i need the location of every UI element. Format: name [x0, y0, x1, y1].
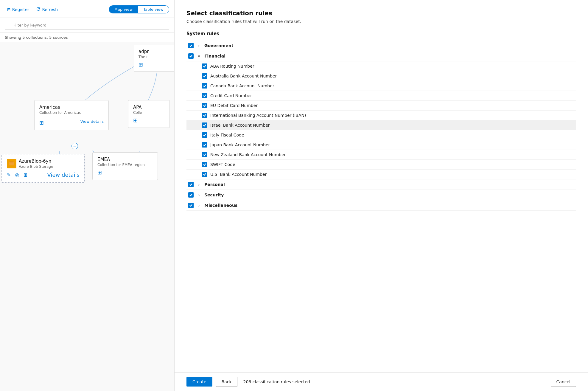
expand-icon-government[interactable]: › — [197, 44, 201, 48]
right-footer: Create Back 206 classification rules sel… — [175, 372, 588, 391]
checkbox-government[interactable] — [188, 43, 194, 48]
edit-icon[interactable]: ✎ — [7, 172, 11, 178]
connector-lines — [0, 42, 174, 391]
adp-icon: ⊞ — [139, 61, 172, 68]
rule-japan: Japan Bank Account Number — [186, 140, 576, 150]
category-label-miscellaneous: Miscellaneous — [204, 203, 237, 208]
rule-label-iban: International Banking Account Number (IB… — [210, 113, 306, 118]
create-button[interactable]: Create — [186, 377, 212, 387]
panel-subtitle: Choose classification rules that will ru… — [186, 19, 576, 24]
category-personal: ›Personal — [186, 179, 576, 190]
checkbox-miscellaneous[interactable] — [188, 203, 194, 208]
map-area: adpr The n ⊞ Americas Collection for Ame… — [0, 42, 174, 391]
category-label-security: Security — [204, 193, 224, 197]
rule-can: Canada Bank Account Number — [186, 81, 576, 91]
register-icon: ⊞ — [7, 7, 11, 12]
rule-label-israel: Israel Bank Account Number — [210, 123, 270, 128]
rule-label-swift: SWIFT Code — [210, 162, 235, 167]
toolbar: ⊞ Register Refresh Map view Table view — [0, 0, 174, 18]
azureblob-view-details[interactable]: View details — [47, 172, 80, 178]
checkbox-iban[interactable] — [202, 113, 207, 118]
map-view-button[interactable]: Map view — [109, 6, 138, 13]
checkbox-italy[interactable] — [202, 132, 207, 138]
expand-icon-personal[interactable]: › — [197, 182, 201, 187]
expand-icon-financial[interactable]: ∨ — [197, 54, 201, 58]
checkbox-eu[interactable] — [202, 103, 207, 108]
category-label-government: Government — [204, 43, 233, 48]
americas-grid-icon: ⊞ — [39, 120, 44, 126]
category-miscellaneous: ›Miscellaneous — [186, 200, 576, 211]
rule-israel: Israel Bank Account Number — [186, 120, 576, 130]
rule-nz: New Zealand Bank Account Number — [186, 150, 576, 160]
filter-input[interactable] — [5, 21, 169, 30]
azureblob-subtitle: Azure Blob Storage — [19, 165, 53, 169]
delete-icon[interactable]: 🗑 — [23, 172, 28, 178]
rule-label-aba: ABA Routing Number — [210, 64, 254, 69]
emea-title: EMEA — [97, 157, 153, 162]
cancel-button[interactable]: Cancel — [551, 377, 576, 387]
footer-info: 206 classification rules selected — [243, 379, 310, 384]
rule-label-japan: Japan Bank Account Number — [210, 142, 270, 147]
checkbox-nz[interactable] — [202, 152, 207, 157]
rule-italy: Italy Fiscal Code — [186, 130, 576, 140]
checkbox-cc[interactable] — [202, 93, 207, 98]
category-label-personal: Personal — [204, 182, 225, 187]
rule-list: ›Government∨FinancialABA Routing NumberA… — [186, 41, 576, 211]
category-financial: ∨Financial — [186, 51, 576, 61]
adp-subtitle: The n — [139, 55, 172, 59]
checkbox-israel[interactable] — [202, 122, 207, 128]
rule-label-italy: Italy Fiscal Code — [210, 133, 244, 137]
checkbox-aba[interactable] — [202, 63, 207, 69]
americas-title: Americas — [39, 105, 104, 110]
apac-icon: ⊞ — [133, 117, 165, 123]
apac-subtitle: Colle — [133, 111, 165, 115]
rule-aus: Australia Bank Account Number — [186, 71, 576, 81]
panel-title: Select classification rules — [186, 10, 576, 17]
rule-eu: EU Debit Card Number — [186, 101, 576, 111]
emea-card: EMEA Collection for EMEA region ⊞ — [92, 152, 158, 180]
right-content: Select classification rules Choose class… — [175, 0, 588, 372]
azureblob-title: AzureBlob-6yn — [19, 159, 53, 164]
expand-icon-security[interactable]: › — [197, 193, 201, 197]
checkbox-personal[interactable] — [188, 182, 194, 187]
checkbox-us[interactable] — [202, 172, 207, 177]
register-button[interactable]: ⊞ Register — [5, 6, 32, 13]
checkbox-swift[interactable] — [202, 162, 207, 167]
showing-text: Showing 5 collections, 5 sources — [0, 33, 174, 42]
rule-cc: Credit Card Number — [186, 91, 576, 101]
checkbox-aus[interactable] — [202, 73, 207, 79]
checkbox-security[interactable] — [188, 192, 194, 198]
left-panel: ⊞ Register Refresh Map view Table view ⊘… — [0, 0, 174, 391]
checkbox-japan[interactable] — [202, 142, 207, 148]
section-title: System rules — [186, 31, 576, 36]
apac-card: APA Colle ⊞ — [128, 100, 170, 128]
expand-icon-miscellaneous[interactable]: › — [197, 203, 201, 208]
minus-button[interactable]: − — [71, 143, 78, 149]
refresh-button[interactable]: Refresh — [34, 6, 60, 13]
back-button[interactable]: Back — [216, 377, 237, 387]
svg-rect-1 — [10, 162, 13, 162]
rule-iban: International Banking Account Number (IB… — [186, 111, 576, 120]
azureblob-card: AzureBlob-6yn Azure Blob Storage ✎ ◎ 🗑 V… — [1, 154, 85, 183]
emea-subtitle: Collection for EMEA region — [97, 163, 153, 167]
checkbox-can[interactable] — [202, 83, 207, 89]
category-government: ›Government — [186, 41, 576, 51]
rule-swift: SWIFT Code — [186, 160, 576, 170]
rule-label-nz: New Zealand Bank Account Number — [210, 152, 286, 157]
americas-card: Americas Collection for Americas ⊞ View … — [34, 100, 109, 130]
azureblob-icon — [7, 159, 16, 168]
americas-view-details[interactable]: View details — [80, 119, 104, 124]
checkbox-financial[interactable] — [188, 53, 194, 59]
adp-card: adpr The n ⊞ — [134, 45, 174, 72]
right-panel: Select classification rules Choose class… — [174, 0, 588, 391]
svg-rect-0 — [9, 162, 14, 165]
table-view-button[interactable]: Table view — [138, 6, 169, 13]
rule-label-can: Canada Bank Account Number — [210, 83, 274, 88]
scan-icon[interactable]: ◎ — [15, 172, 19, 178]
americas-subtitle: Collection for Americas — [39, 111, 104, 115]
filter-bar: ⊘ — [0, 18, 174, 33]
refresh-icon — [36, 7, 41, 12]
rule-label-cc: Credit Card Number — [210, 93, 252, 98]
rule-us: U.S. Bank Account Number — [186, 170, 576, 179]
view-toggle: Map view Table view — [109, 5, 169, 13]
